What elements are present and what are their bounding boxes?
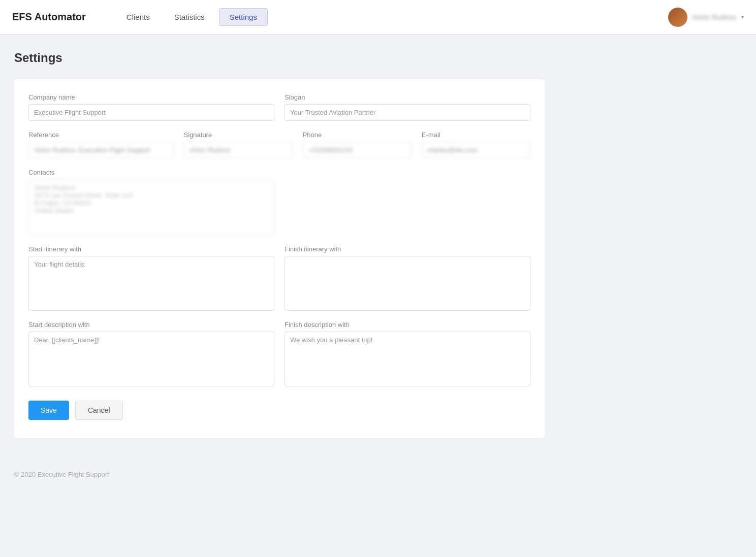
input-finish-description[interactable] xyxy=(285,332,530,386)
save-button[interactable]: Save xyxy=(28,401,69,420)
group-start-description: Start description with xyxy=(28,321,274,386)
group-contacts: Contacts xyxy=(28,169,274,235)
group-company-name: Company name xyxy=(28,93,274,121)
input-slogan[interactable] xyxy=(285,104,530,121)
user-name: Victor Rudnov xyxy=(691,13,736,21)
main-nav: Clients Statistics Settings xyxy=(116,8,668,26)
header: EFS Automator Clients Statistics Setting… xyxy=(0,0,756,35)
input-start-description[interactable] xyxy=(28,332,274,386)
row-description: Start description with Finish descriptio… xyxy=(28,321,530,386)
group-start-itinerary: Start itinerary with xyxy=(28,245,274,311)
label-company-name: Company name xyxy=(28,93,274,101)
cancel-button[interactable]: Cancel xyxy=(75,401,123,420)
label-reference: Reference xyxy=(28,131,174,139)
label-finish-description: Finish description with xyxy=(285,321,530,329)
input-phone[interactable] xyxy=(303,142,412,158)
input-email[interactable] xyxy=(422,142,530,158)
row-company-slogan: Company name Slogan xyxy=(28,93,530,121)
settings-form: Company name Slogan Reference Signature … xyxy=(14,79,545,438)
label-slogan: Slogan xyxy=(285,93,530,101)
row-contacts: Contacts xyxy=(28,169,530,235)
group-slogan: Slogan xyxy=(285,93,530,121)
chevron-down-icon: ▾ xyxy=(741,14,744,20)
app-logo: EFS Automator xyxy=(12,11,86,23)
footer-text: © 2020 Executive Flight Support xyxy=(14,471,109,478)
input-contacts[interactable] xyxy=(28,179,274,235)
input-finish-itinerary[interactable] xyxy=(285,256,530,311)
group-finish-description: Finish description with xyxy=(285,321,530,386)
nav-statistics[interactable]: Statistics xyxy=(164,9,215,25)
group-reference: Reference xyxy=(28,131,174,158)
row-reference-etc: Reference Signature Phone E-mail xyxy=(28,131,530,158)
nav-clients[interactable]: Clients xyxy=(116,9,160,25)
label-start-description: Start description with xyxy=(28,321,274,329)
label-signature: Signature xyxy=(184,131,293,139)
group-finish-itinerary: Finish itinerary with xyxy=(285,245,530,311)
avatar-image xyxy=(668,8,687,27)
avatar xyxy=(668,8,687,27)
input-reference[interactable] xyxy=(28,142,174,158)
main-content: Settings Company name Slogan Reference S… xyxy=(0,35,559,458)
group-phone: Phone xyxy=(303,131,412,158)
row-itinerary: Start itinerary with Finish itinerary wi… xyxy=(28,245,530,311)
user-menu[interactable]: Victor Rudnov ▾ xyxy=(668,8,744,27)
group-email: E-mail xyxy=(422,131,530,158)
page-title: Settings xyxy=(14,51,545,65)
nav-settings[interactable]: Settings xyxy=(219,8,268,26)
button-row: Save Cancel xyxy=(28,401,530,424)
label-phone: Phone xyxy=(303,131,412,139)
input-company-name[interactable] xyxy=(28,104,274,121)
footer: © 2020 Executive Flight Support xyxy=(0,458,756,490)
input-start-itinerary[interactable] xyxy=(28,256,274,311)
label-email: E-mail xyxy=(422,131,530,139)
input-signature[interactable] xyxy=(184,142,293,158)
label-contacts: Contacts xyxy=(28,169,274,176)
group-signature: Signature xyxy=(184,131,293,158)
label-finish-itinerary: Finish itinerary with xyxy=(285,245,530,253)
label-start-itinerary: Start itinerary with xyxy=(28,245,274,253)
